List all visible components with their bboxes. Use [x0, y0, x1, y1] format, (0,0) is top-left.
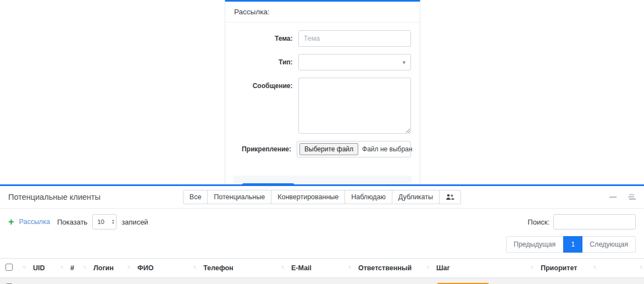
- sort-icon: ↑↓: [23, 264, 25, 270]
- show-label: Показать: [57, 218, 87, 226]
- search-box: Поиск:: [528, 214, 636, 230]
- file-status-text: Файл не выбран: [362, 145, 412, 153]
- message-textarea[interactable]: [298, 78, 411, 134]
- filter-tab-watching[interactable]: Наблюдаю: [345, 190, 392, 204]
- cell-login: [88, 278, 132, 284]
- cell-email: test887444@gmail.com: [286, 278, 353, 284]
- cell-phone: 09765558733: [198, 278, 286, 284]
- pagination-next-button[interactable]: Следующая: [582, 236, 636, 253]
- header-priority[interactable]: Приоритет↑↓: [535, 259, 598, 278]
- filter-tab-converted[interactable]: Конвертированные: [271, 190, 345, 204]
- header-uid[interactable]: UID↑↓: [27, 259, 65, 278]
- add-icon[interactable]: +: [8, 218, 14, 226]
- pagination-page-1-button[interactable]: 1: [563, 236, 582, 253]
- search-input[interactable]: [553, 214, 636, 230]
- collapse-icon[interactable]: [609, 196, 617, 198]
- leads-panel: Потенциальные клиенты Все Потенциальные …: [0, 184, 644, 284]
- mailing-form: Тема: Тип: ▾ Сообщение: Прикрепление: Вы…: [225, 23, 420, 167]
- leads-panel-header: Потенциальные клиенты Все Потенциальные …: [0, 186, 644, 209]
- topic-input[interactable]: [298, 30, 411, 47]
- cell-num: 1: [65, 278, 88, 284]
- spinner-arrows-icon: ▴▾: [112, 219, 114, 225]
- cell-responsible: abills: [353, 278, 431, 284]
- search-label: Поиск:: [528, 218, 549, 226]
- cell-priority: Нормальный: [535, 278, 598, 284]
- cell-fio: Тест Тестовыч: [132, 278, 198, 284]
- header-select-all[interactable]: ↑↓: [0, 259, 27, 278]
- header-phone[interactable]: Телефон↑↓: [198, 259, 286, 278]
- header-responsible[interactable]: Ответственный↑↓: [353, 259, 431, 278]
- header-actions[interactable]: ↑↓: [598, 259, 644, 278]
- choose-file-button[interactable]: Выберите файл: [299, 143, 358, 155]
- sort-icon: ↑↓: [83, 264, 86, 270]
- mailing-card-header: Рассылка:: [225, 2, 420, 23]
- card-options-icon[interactable]: [628, 194, 636, 200]
- filter-tab-duplicates[interactable]: Дубликаты: [392, 190, 440, 204]
- sort-icon: ↑↓: [530, 264, 533, 270]
- panel-tools: [609, 194, 636, 200]
- mailing-link[interactable]: Рассылка: [19, 218, 50, 226]
- filter-tab-clients-button[interactable]: [440, 190, 461, 204]
- header-login[interactable]: Логин↑↓: [88, 259, 132, 278]
- leads-table: ↑↓ UID↑↓ #↑↓ Логин↑↓ ФИО↑↓ Телефон↑↓ E-M…: [0, 258, 644, 284]
- mailing-card-title: Рассылка:: [234, 8, 270, 16]
- chevron-down-icon: ▾: [402, 59, 406, 66]
- sort-icon: ↑↓: [348, 264, 351, 270]
- type-select[interactable]: ▾: [298, 54, 411, 70]
- sort-icon: ↑↓: [60, 264, 63, 270]
- sort-icon: ↑↓: [281, 264, 284, 270]
- table-toolbar: + Рассылка Показать 10 ▴▾ записей Поиск:: [0, 209, 644, 233]
- page-size-value: 10: [97, 219, 104, 225]
- sort-icon: ↑↓: [593, 264, 596, 270]
- header-step[interactable]: Шаг↑↓: [431, 259, 535, 278]
- filter-tab-all[interactable]: Все: [183, 190, 208, 204]
- page-size-select[interactable]: 10 ▴▾: [92, 214, 116, 230]
- filter-tab-potential[interactable]: Потенциальные: [208, 190, 271, 204]
- type-label: Тип:: [234, 54, 298, 66]
- header-fio[interactable]: ФИО↑↓: [132, 259, 198, 278]
- table-row: 1 Тест Тестовыч 09765558733 test887444@g…: [0, 278, 644, 284]
- message-label: Сообщение:: [234, 78, 298, 90]
- pagination: Предыдущая 1 Следующая: [0, 233, 644, 258]
- sort-icon: ↑↓: [426, 264, 429, 270]
- sort-icon: ↑↓: [127, 264, 130, 270]
- header-num[interactable]: #↑↓: [65, 259, 88, 278]
- cell-uid: [27, 278, 65, 284]
- sort-icon: ↑↓: [193, 264, 196, 270]
- attachment-label: Прикрепление:: [234, 141, 297, 153]
- filter-button-group: Все Потенциальные Конвертированные Наблю…: [183, 190, 461, 204]
- attachment-input[interactable]: Выберите файл Файл не выбран: [297, 141, 411, 157]
- users-icon: [446, 194, 454, 200]
- topic-label: Тема:: [234, 30, 298, 42]
- panel-title: Потенциальные клиенты: [8, 193, 101, 201]
- records-label: записей: [121, 218, 148, 226]
- sort-icon: ↑↓: [639, 264, 642, 270]
- select-all-checkbox[interactable]: [5, 264, 13, 271]
- pagination-prev-button[interactable]: Предыдущая: [506, 236, 563, 253]
- table-header-row: ↑↓ UID↑↓ #↑↓ Логин↑↓ ФИО↑↓ Телефон↑↓ E-M…: [0, 259, 644, 278]
- header-email[interactable]: E-Mail↑↓: [286, 259, 353, 278]
